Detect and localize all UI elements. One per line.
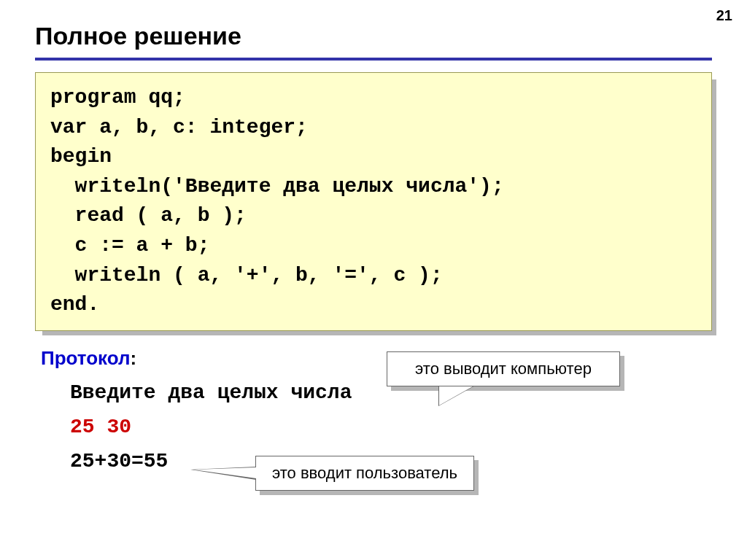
callout-pointer-icon bbox=[190, 467, 256, 480]
callout-pointer-icon bbox=[438, 386, 475, 406]
page-number: 21 bbox=[716, 7, 732, 24]
code-line-5: read ( a, b ); bbox=[50, 204, 247, 227]
title-divider bbox=[35, 58, 712, 61]
code-line-6: c := a + b; bbox=[50, 234, 209, 257]
code-line-8: end. bbox=[50, 293, 99, 316]
code-block-container: program qq; var a, b, c: integer; begin … bbox=[35, 72, 712, 331]
protocol-label-colon: : bbox=[131, 347, 137, 369]
code-block: program qq; var a, b, c: integer; begin … bbox=[35, 72, 712, 331]
code-line-3: begin bbox=[50, 145, 112, 168]
slide: 21 Полное решение program qq; var a, b, … bbox=[0, 0, 747, 560]
callout-user-text: это вводит пользователь bbox=[272, 464, 457, 482]
slide-title: Полное решение bbox=[35, 22, 712, 50]
protocol-label-word: Протокол bbox=[41, 347, 131, 369]
callout-computer-text: это выводит компьютер bbox=[415, 359, 592, 378]
protocol-user-input: 25 30 bbox=[41, 416, 712, 438]
code-line-1: program qq; bbox=[50, 86, 185, 109]
code-line-4: writeln('Введите два целых числа'); bbox=[50, 175, 504, 198]
callout-user-input: это вводит пользователь bbox=[255, 456, 474, 491]
code-line-7: writeln ( a, '+', b, '=', c ); bbox=[50, 264, 443, 287]
code-line-2: var a, b, c: integer; bbox=[50, 116, 308, 139]
callout-computer-output: это выводит компьютер bbox=[387, 351, 620, 386]
